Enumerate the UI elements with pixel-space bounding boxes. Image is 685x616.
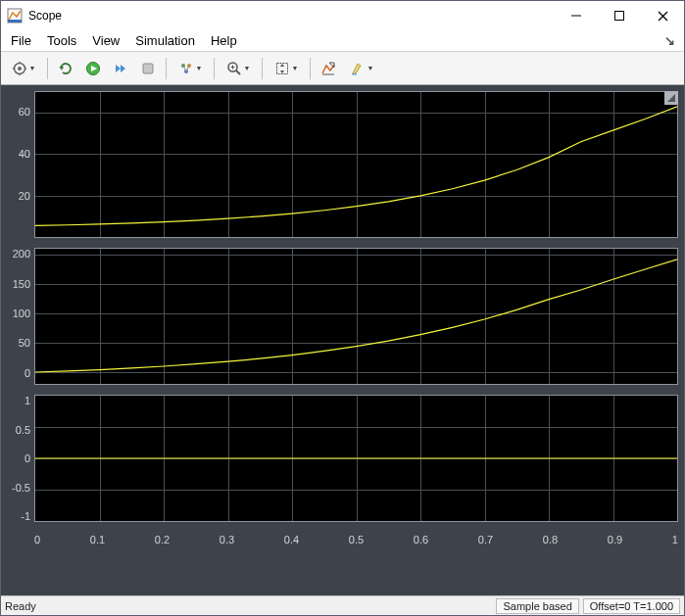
- titlebar: Scope: [1, 1, 684, 30]
- y-axis: 10.50-0.5-1: [7, 395, 34, 522]
- plot-area: 60402020015010050010.50-0.5-1 00.10.20.3…: [1, 85, 684, 595]
- svg-rect-1: [8, 20, 22, 23]
- window-title: Scope: [28, 9, 555, 23]
- app-icon: [7, 8, 23, 24]
- y-axis: 604020: [7, 91, 34, 238]
- svg-marker-15: [116, 65, 121, 72]
- svg-marker-32: [353, 64, 361, 73]
- legend-toggle-icon[interactable]: [664, 91, 678, 105]
- x-tick: 0.7: [478, 534, 493, 545]
- x-tick: 0.2: [155, 534, 170, 545]
- menu-file[interactable]: File: [5, 31, 41, 50]
- svg-marker-16: [121, 65, 125, 72]
- menu-view[interactable]: View: [86, 31, 129, 50]
- x-tick: 0.4: [284, 534, 299, 545]
- show-toolstrip-icon[interactable]: ↘: [664, 33, 680, 48]
- x-tick: 0.6: [414, 534, 428, 545]
- x-tick: 1: [672, 534, 678, 545]
- autoscale-button[interactable]: ▼: [268, 56, 305, 81]
- svg-rect-17: [143, 64, 153, 73]
- status-left: Ready: [5, 600, 36, 612]
- status-mode: Sample based: [496, 598, 578, 614]
- measurements-button[interactable]: [316, 56, 341, 81]
- x-axis: 00.10.20.30.40.50.60.70.80.91: [34, 532, 678, 545]
- svg-marker-34: [667, 94, 675, 102]
- x-tick: 0.1: [90, 534, 105, 545]
- x-tick: 0.3: [220, 534, 234, 545]
- plot-canvas[interactable]: [34, 395, 678, 522]
- svg-point-7: [18, 67, 22, 71]
- toolbar: ▼ ▼ ▼ ▼ ▼: [1, 52, 684, 85]
- run-button[interactable]: [80, 56, 106, 81]
- maximize-button[interactable]: [598, 1, 641, 30]
- restart-button[interactable]: [53, 56, 78, 81]
- stop-button[interactable]: [135, 56, 161, 81]
- x-tick: 0.8: [543, 534, 558, 545]
- svg-marker-29: [280, 71, 284, 73]
- close-button[interactable]: [641, 1, 684, 30]
- configure-button[interactable]: ▼: [5, 56, 42, 81]
- y-axis: 200150100500: [7, 248, 34, 385]
- plot-1[interactable]: 604020: [7, 91, 678, 238]
- plot-2[interactable]: 200150100500: [7, 248, 678, 385]
- svg-marker-28: [280, 64, 284, 67]
- x-tick: 0: [34, 534, 40, 545]
- highlight-button[interactable]: ▼: [343, 56, 380, 81]
- signal-selector-button[interactable]: ▼: [171, 56, 209, 81]
- x-tick: 0.9: [608, 534, 622, 545]
- x-tick: 0.5: [349, 534, 364, 545]
- menu-simulation[interactable]: Simulation: [129, 31, 205, 50]
- plot-canvas[interactable]: [34, 91, 678, 238]
- menu-tools[interactable]: Tools: [41, 31, 86, 50]
- status-offset: Offset=0 T=1.000: [583, 598, 680, 614]
- menu-help[interactable]: Help: [205, 31, 247, 50]
- status-bar: Ready Sample based Offset=0 T=1.000: [1, 595, 684, 615]
- svg-line-24: [236, 71, 240, 74]
- zoom-button[interactable]: ▼: [220, 56, 257, 81]
- minimize-button[interactable]: [555, 1, 598, 30]
- plot-canvas[interactable]: [34, 248, 678, 385]
- menubar: File Tools View Simulation Help ↘: [1, 30, 684, 52]
- step-forward-button[interactable]: [108, 56, 133, 81]
- svg-rect-33: [352, 73, 357, 75]
- scope-window: Scope File Tools View Simulation Help ↘ …: [0, 0, 685, 616]
- svg-rect-3: [615, 12, 624, 21]
- plot-3[interactable]: 10.50-0.5-1: [7, 395, 678, 522]
